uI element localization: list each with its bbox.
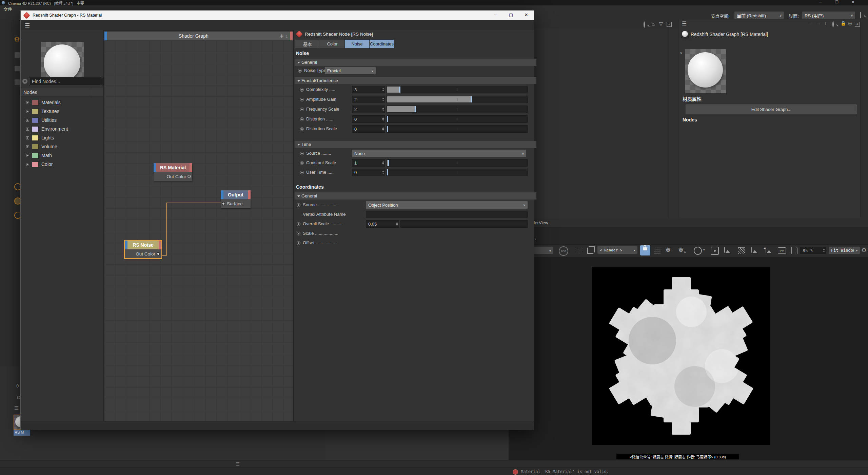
am-material-preview[interactable] (685, 49, 726, 93)
focus-icon[interactable] (711, 247, 719, 255)
anim-toggle-icon[interactable] (300, 117, 304, 121)
expand-plus-icon[interactable] (26, 136, 29, 139)
time-group-bar[interactable]: Time (295, 141, 536, 148)
am-new-icon[interactable]: + (855, 22, 860, 27)
am-up-icon[interactable]: ↑ (824, 21, 827, 26)
node-rs-material[interactable]: RS Material Out Color (154, 163, 192, 181)
overall-scale-field[interactable]: 0.05 (366, 220, 399, 228)
param-field[interactable]: 0 (352, 115, 385, 123)
fractal-group-bar[interactable]: Fractal/Turbulence (295, 77, 536, 84)
spinner-icon[interactable] (381, 171, 385, 174)
anim-toggle-icon[interactable] (300, 161, 304, 165)
graph-title-bar[interactable]: Shader Graph ✚ ↕ (104, 32, 293, 40)
slider-handle[interactable] (387, 169, 388, 175)
expand-plus-icon[interactable] (26, 110, 29, 113)
expand-plus-icon[interactable] (26, 101, 29, 104)
expand-plus-icon[interactable] (26, 145, 29, 148)
spinner-icon[interactable] (381, 88, 385, 91)
am-target-icon[interactable]: ◎ (848, 21, 852, 26)
param-field[interactable]: 2 (352, 96, 385, 103)
rgb-badge-icon[interactable]: RGB (559, 246, 568, 256)
param-slider[interactable] (387, 115, 528, 123)
noise-type-dropdown[interactable]: Fractal∨ (325, 67, 376, 74)
param-field[interactable]: 3 (352, 86, 385, 93)
tree-item-color[interactable]: Color (21, 160, 103, 169)
spinner-icon[interactable] (381, 161, 385, 165)
anim-toggle-icon[interactable] (297, 241, 300, 245)
tree-item-textures[interactable]: Textures (21, 107, 103, 116)
graph-dock-icon[interactable]: ↕ (286, 34, 288, 39)
anim-toggle-icon[interactable] (300, 98, 304, 101)
param-slider[interactable] (387, 169, 528, 176)
tab-noise[interactable]: Noise (345, 40, 369, 48)
vertex-attr-input[interactable] (366, 211, 528, 218)
anim-toggle-icon[interactable] (300, 171, 304, 174)
zoom-field[interactable]: 85 % (800, 247, 826, 254)
slider-handle[interactable] (471, 96, 472, 102)
param-slider[interactable] (387, 125, 528, 133)
am-back-icon[interactable]: ← (809, 21, 813, 26)
tab-coordinates[interactable]: Coordinates (370, 40, 394, 48)
tool-sliver-icon[interactable] (15, 66, 20, 71)
tree-item-materials[interactable]: Materials (21, 98, 103, 107)
tree-item-environment[interactable]: Environment (21, 125, 103, 133)
param-slider[interactable] (387, 96, 528, 103)
workspace-search-icon[interactable] (860, 12, 861, 18)
param-field[interactable]: 0 (352, 169, 385, 176)
coords-general-group-bar[interactable]: General (295, 192, 536, 200)
anim-toggle-icon[interactable] (297, 203, 300, 207)
main-minimize-button[interactable]: ─ (814, 0, 827, 4)
main-close-button[interactable]: ✕ (846, 0, 860, 4)
slider-handle[interactable] (399, 87, 400, 93)
spinner-icon[interactable] (381, 117, 385, 121)
slider-handle[interactable] (387, 126, 388, 132)
spinner-icon[interactable] (381, 127, 385, 131)
image-compare-icon[interactable] (724, 247, 725, 253)
renderview-gear-icon[interactable]: ⚙ (861, 246, 867, 254)
tool-sliver-icon[interactable] (15, 79, 20, 85)
checker-bg-icon[interactable] (738, 247, 745, 254)
node-space-dropdown[interactable]: 当前 (Redshift)∨ (734, 12, 784, 19)
slider-handle[interactable] (387, 116, 388, 122)
am-lock-icon[interactable]: 🔒 (841, 21, 846, 26)
status-menu-icon[interactable]: ☰ (236, 461, 240, 467)
spinner-icon[interactable] (381, 108, 385, 111)
gear-icon[interactable]: ⚙ (14, 35, 20, 43)
graph-canvas[interactable]: RS Material Out Color Output Surface RS … (104, 40, 293, 422)
am-forward-icon[interactable]: → (816, 21, 821, 26)
material-manager-menu-icon[interactable]: ☰ (14, 405, 19, 411)
slider-handle[interactable] (415, 106, 416, 112)
chevron-down-icon[interactable]: ▾ (703, 248, 705, 251)
snapshot-image-icon[interactable] (751, 247, 752, 253)
anim-toggle-icon[interactable] (300, 152, 304, 155)
am-search-icon[interactable] (832, 21, 834, 27)
time-source-dropdown[interactable]: None∨ (352, 150, 526, 157)
anim-toggle-icon[interactable] (300, 108, 304, 111)
window-maximize-button[interactable]: ▢ (504, 11, 518, 20)
shader-window-titlebar[interactable]: Redshift Shader Graph - RS Material ─ ▢ … (21, 11, 534, 20)
lock-render-button[interactable] (640, 245, 650, 255)
edit-shader-graph-button[interactable]: Edit Shader Graph... (686, 104, 857, 114)
graph-move-icon[interactable]: ✚ (280, 34, 284, 39)
window-close-button[interactable]: ✕ (518, 11, 534, 20)
expand-plus-icon[interactable] (26, 154, 29, 157)
window-minimize-button[interactable]: ─ (488, 11, 503, 20)
save-file-icon[interactable] (791, 247, 797, 254)
main-maximize-button[interactable]: ❐ (830, 0, 844, 4)
am-menu-icon[interactable]: ☰ (682, 20, 687, 27)
expand-plus-icon[interactable] (26, 119, 29, 122)
clear-search-icon[interactable]: ✕ (22, 79, 27, 84)
fit-dropdown[interactable]: Fit Window▾ (829, 247, 860, 254)
tree-item-volume[interactable]: Volume (21, 142, 103, 151)
anim-toggle-icon[interactable] (298, 69, 302, 73)
anim-toggle-icon[interactable] (297, 222, 300, 226)
snapshot-snowflake-icon[interactable]: ❄ (665, 246, 671, 254)
dither-grid-icon[interactable] (576, 248, 582, 254)
surface-port[interactable] (222, 202, 225, 205)
node-output[interactable]: Output Surface (221, 190, 251, 208)
param-field[interactable]: 1 (352, 159, 385, 167)
find-nodes-input[interactable]: Find Nodes... (29, 77, 103, 86)
om-filter-icon[interactable]: ▽ (659, 21, 663, 26)
spinner-icon[interactable] (381, 98, 385, 101)
add-snapshot-icon[interactable]: + (766, 247, 766, 253)
